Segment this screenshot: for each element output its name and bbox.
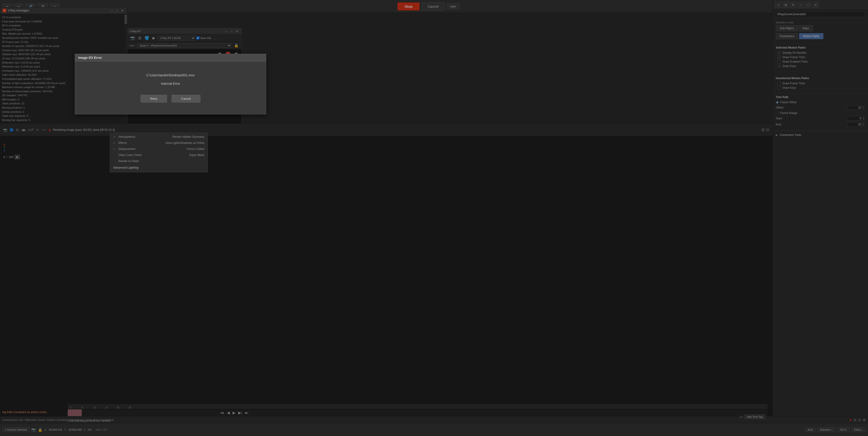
image-io-error-dialog: Image I/O Error C:\Users\andre\Desktop\0… (75, 54, 266, 115)
dialog-buttons: Retry Cancel (84, 95, 257, 102)
dialog-cancel-button[interactable]: Cancel (172, 95, 200, 102)
dialog-titlebar: Image I/O Error (75, 54, 266, 62)
dialog-body: C:\Users\andre\Desktop\001.mov Internal … (75, 62, 266, 114)
retry-button[interactable]: Retry (141, 95, 167, 102)
dialog-error-text: Internal Error (84, 82, 257, 86)
dialog-path: C:\Users\andre\Desktop\001.mov (84, 73, 257, 77)
